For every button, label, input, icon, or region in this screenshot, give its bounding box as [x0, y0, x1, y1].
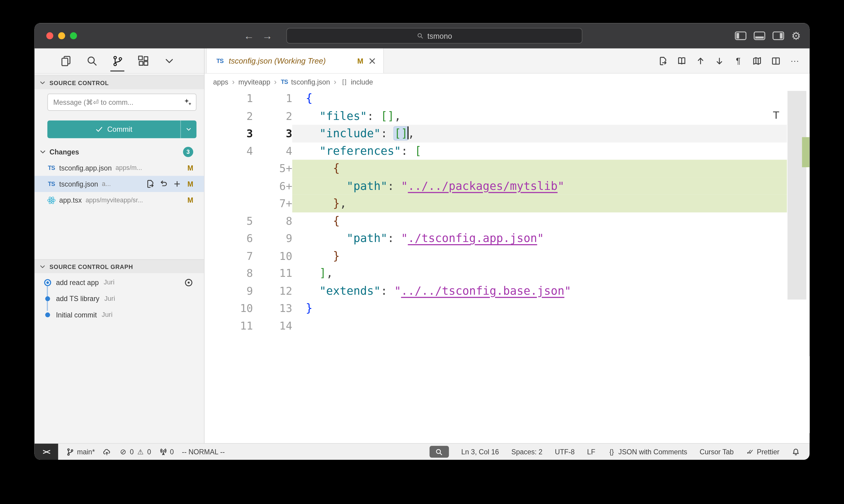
code-line-11[interactable]: 811 ], [205, 265, 787, 282]
close-tab-icon[interactable] [368, 56, 377, 66]
minimize-button[interactable] [58, 32, 65, 39]
encoding[interactable]: UTF-8 [555, 444, 574, 460]
problems-status[interactable]: ⊘0⚠0 [119, 444, 151, 460]
commit-button[interactable]: Commit [47, 121, 196, 139]
breadcrumb-item-include[interactable]: [ ]include [340, 78, 373, 86]
changes-list: TStsconfig.app.jsonapps/m...MTStsconfig.… [35, 160, 204, 208]
minimap[interactable] [787, 90, 810, 444]
zoom-indicator[interactable] [430, 446, 449, 458]
back-icon[interactable]: ← [244, 31, 254, 41]
target-icon[interactable] [184, 278, 193, 287]
workbench: SOURCE CONTROL Commit [35, 49, 810, 443]
source-control-graph-header[interactable]: SOURCE CONTROL GRAPH [35, 259, 204, 273]
forward-icon[interactable]: → [262, 31, 273, 41]
open-file-button[interactable] [655, 53, 671, 69]
original-line-number: 10 [205, 300, 253, 317]
commit-message-input[interactable] [47, 94, 196, 111]
branch-status[interactable]: main* [66, 444, 95, 460]
code-line-1[interactable]: 11{ [205, 90, 787, 108]
toggle-panel-bottom-icon[interactable] [754, 31, 765, 40]
minimap-toggle-button[interactable] [749, 53, 765, 69]
code-line-14[interactable]: 1114 [205, 317, 787, 335]
change-item-app.tsx[interactable]: app.tsxapps/myviteapp/sr...M [35, 192, 204, 208]
map-icon [753, 56, 761, 66]
split-editor-button[interactable] [768, 53, 784, 69]
code-line-2[interactable]: 22 "files": [], [205, 107, 787, 125]
source-control-header[interactable]: SOURCE CONTROL [35, 75, 204, 89]
changes-section-header[interactable]: Changes 3 [35, 144, 204, 159]
code-line-13[interactable]: 1013} [205, 300, 787, 317]
activity-item-explorer[interactable] [55, 50, 76, 71]
indentation[interactable]: Spaces: 2 [512, 444, 542, 460]
commit-item[interactable]: Initial commitJuri [35, 307, 204, 323]
code-line-7+[interactable]: 7+ }, [205, 195, 787, 212]
file-name: tsconfig.app.json [59, 164, 111, 172]
activity-item-extensions[interactable] [133, 50, 154, 71]
code-line-4[interactable]: 44 "references": [ [205, 142, 787, 160]
fullscreen-button[interactable] [70, 32, 77, 39]
discard-icon[interactable] [159, 180, 168, 188]
close-button[interactable] [46, 32, 53, 39]
notifications[interactable] [792, 444, 800, 460]
stage-icon[interactable] [173, 180, 181, 188]
toggle-sidebar-right-icon[interactable] [773, 31, 784, 40]
formatter[interactable]: ✓✓Prettier [746, 444, 779, 460]
toggle-sidebar-left-icon[interactable] [735, 31, 747, 40]
previous-change-button[interactable] [692, 53, 709, 69]
file-name: app.tsx [59, 196, 82, 204]
commit-dropdown-button[interactable] [180, 121, 196, 139]
code-line-10[interactable]: 710 } [205, 247, 787, 265]
command-center-search[interactable]: tsmono [287, 28, 583, 43]
commit-item[interactable]: add react appJuri [35, 274, 204, 290]
check-icon [96, 125, 104, 133]
magnify-icon [435, 448, 443, 456]
code-line-12[interactable]: 912 "extends": "../../tsconfig.base.json… [205, 282, 787, 300]
change-item-tsconfig.app.json[interactable]: TStsconfig.app.jsonapps/m...M [35, 160, 204, 176]
eol[interactable]: LF [587, 444, 596, 460]
desktop: ← → tsmono ⚙ [0, 0, 844, 504]
symbol-array-icon: [ ] [340, 78, 348, 86]
next-change-button[interactable] [711, 53, 728, 69]
code-line-9[interactable]: 69 "path": "./tsconfig.app.json" [205, 230, 787, 247]
commit-author: Juri [102, 311, 193, 318]
tab-tsconfig-working-tree[interactable]: TS tsconfig.json (Working Tree) M [206, 49, 384, 73]
branch-icon [66, 448, 74, 456]
accessible-diff-button[interactable] [673, 53, 690, 69]
activity-item-source-control[interactable] [107, 50, 128, 71]
cursor-position[interactable]: Ln 3, Col 16 [461, 444, 499, 460]
more-actions-button[interactable]: ··· [787, 53, 803, 69]
language-mode[interactable]: {}JSON with Comments [607, 444, 687, 460]
code-line-8[interactable]: 58 { [205, 212, 787, 230]
code-line-6+[interactable]: 6+ "path": "../../packages/mytslib" [205, 177, 787, 195]
cursor-tab[interactable]: Cursor Tab [700, 444, 734, 460]
whitespace-toggle-button[interactable]: ¶ [730, 53, 747, 69]
activity-item-search[interactable] [81, 50, 102, 71]
arrow-up-icon [696, 56, 705, 66]
changes-label: Changes [49, 147, 79, 156]
file-name: tsconfig.json [59, 180, 98, 188]
modified-line-number: 14 [253, 317, 292, 335]
cloud-upload-icon [103, 448, 111, 456]
ports-status[interactable]: 0 [159, 444, 174, 460]
go-to-file-icon[interactable] [146, 180, 154, 188]
ts-file-icon: TS [47, 163, 56, 172]
vim-mode[interactable]: -- NORMAL -- [182, 444, 225, 460]
commit-item[interactable]: add TS libraryJuri [35, 290, 204, 307]
code-line-3[interactable]: 33 "include": [], [205, 125, 787, 142]
code-line-5+[interactable]: 5+ { [205, 160, 787, 177]
code-editor[interactable]: 11{22 "files": [],33 "include": [],44 "r… [205, 90, 810, 444]
minimap-slider[interactable] [788, 91, 806, 300]
breadcrumb-item-apps[interactable]: apps [213, 78, 228, 86]
commit-graph-list: add react appJuriadd TS libraryJuriIniti… [35, 274, 204, 323]
settings-gear-icon[interactable]: ⚙ [791, 30, 801, 41]
tab-bar: TS tsconfig.json (Working Tree) M ¶··· [205, 49, 810, 74]
sparkle-icon[interactable] [184, 98, 192, 106]
breadcrumb-item-myviteapp[interactable]: myviteapp [238, 78, 270, 86]
original-line-number: 9 [205, 282, 253, 300]
publish-status[interactable] [103, 444, 111, 460]
chevron-down-icon [39, 79, 46, 86]
remote-indicator[interactable]: >< [35, 444, 58, 460]
activity-item-more-views[interactable] [158, 50, 180, 71]
change-item-tsconfig.json[interactable]: TStsconfig.jsona...M [35, 176, 204, 192]
breadcrumb-item-tsconfig.json[interactable]: TStsconfig.json [280, 78, 330, 86]
